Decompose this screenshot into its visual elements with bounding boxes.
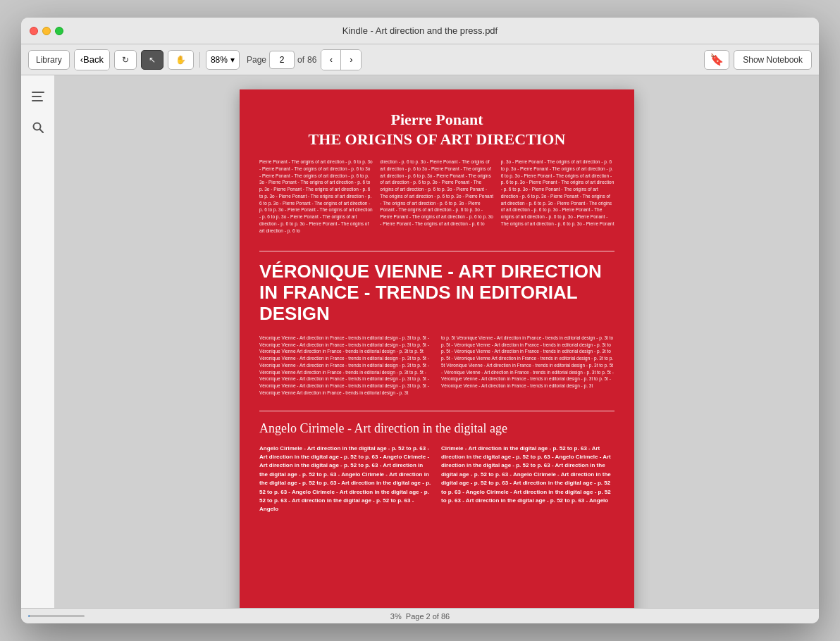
section2-title: VÉRONIQUE VIENNE - ART DIRECTION IN FRAN…: [259, 261, 614, 325]
section1-col2: direction - p. 6 to p. 3o - Pierre Ponan…: [380, 158, 493, 234]
minimize-button[interactable]: [42, 27, 51, 35]
prev-page-button[interactable]: ‹: [321, 50, 341, 70]
section1-col1: Pierre Ponant - The origins of art direc…: [259, 158, 373, 234]
refresh-button[interactable]: ↻: [114, 50, 137, 70]
progress-bar-wrapper: [28, 615, 85, 617]
author-name: Pierre Ponant: [259, 111, 614, 129]
page-arrows: ‹ ›: [321, 49, 362, 70]
section2-text-columns: Véronique Vienne - Art direction in Fran…: [259, 335, 614, 397]
cursor-tool-button[interactable]: ↖: [141, 50, 163, 70]
show-notebook-button[interactable]: Show Notebook: [734, 50, 812, 70]
progress-percent: 3%: [390, 612, 402, 621]
zoom-selector[interactable]: 88% ▾: [206, 50, 240, 70]
pdf-page: Pierre Ponant The origins of art directi…: [240, 89, 634, 608]
progress-fill: [28, 615, 30, 617]
bookmark-icon: 🔖: [710, 53, 724, 66]
bookmark-button[interactable]: 🔖: [704, 50, 729, 70]
section1-text-columns: Pierre Ponant - The origins of art direc…: [259, 158, 614, 234]
zoom-value: 88%: [211, 55, 228, 65]
section3-text-columns: Angelo Cirimele - Art direction in the d…: [259, 444, 614, 514]
section1-col3: p. 3o - Pierre Ponant - The origins of a…: [501, 158, 614, 234]
svg-line-4: [39, 130, 43, 133]
page-status: Page 2 of 86: [406, 612, 450, 621]
search-icon[interactable]: [28, 118, 48, 137]
back-button[interactable]: ‹ Back: [75, 50, 109, 70]
hand-tool-button[interactable]: ✋: [168, 50, 194, 70]
divider-1: [259, 251, 614, 251]
titlebar: Kindle - Art direction and the press.pdf: [21, 18, 819, 44]
svg-rect-2: [32, 100, 43, 101]
library-button[interactable]: Library: [28, 50, 70, 70]
section3-title: Angelo Cirimele - Art direction in the d…: [259, 421, 614, 436]
window-title: Kindle - Art direction and the press.pdf: [342, 25, 498, 36]
section2-col2: to p. 5t Véronique Vienne - Art directio…: [441, 335, 614, 397]
progress-bar: [28, 615, 85, 617]
sidebar: [21, 75, 55, 608]
next-page-button[interactable]: ›: [341, 50, 361, 70]
statusbar: 3% Page 2 of 86: [21, 608, 819, 623]
section-veronique-vienne: VÉRONIQUE VIENNE - ART DIRECTION IN FRAN…: [259, 261, 614, 396]
svg-rect-0: [32, 92, 44, 93]
page-navigation: Page of 86: [247, 51, 316, 69]
page-label: Page: [247, 55, 266, 65]
section1-title: The origins of art direction: [259, 130, 614, 149]
maximize-button[interactable]: [55, 27, 63, 35]
status-container: 3% Page 2 of 86: [21, 612, 819, 621]
divider-2: [259, 411, 614, 411]
section3-col2: Cirimele - Art direction in the digital …: [441, 444, 614, 514]
of-label: of: [297, 55, 304, 65]
traffic-lights: [30, 27, 63, 35]
section2-col1: Véronique Vienne - Art direction in Fran…: [259, 335, 433, 397]
toolbar: Library ‹ Back ↻ ↖ ✋ 88% ▾ Page of 86: [21, 44, 819, 75]
back-label: Back: [83, 54, 104, 65]
zoom-chevron-icon: ▾: [230, 55, 235, 65]
page-number-input[interactable]: [269, 51, 295, 69]
section-angelo-cirimele: Angelo Cirimele - Art direction in the d…: [259, 421, 614, 514]
cursor-icon: ↖: [149, 55, 156, 65]
refresh-icon: ↻: [122, 55, 129, 65]
main-content: Pierre Ponant The origins of art directi…: [21, 75, 819, 608]
app-window: Kindle - Art direction and the press.pdf…: [21, 18, 819, 623]
toc-icon[interactable]: [28, 87, 48, 106]
close-button[interactable]: [30, 27, 38, 35]
hand-icon: ✋: [175, 55, 186, 65]
back-nav: ‹ Back: [74, 49, 110, 70]
section-pierre-ponant: Pierre Ponant The origins of art directi…: [259, 111, 614, 234]
pdf-content-area[interactable]: Pierre Ponant The origins of art directi…: [55, 75, 819, 608]
separator: [199, 52, 200, 68]
total-pages: 86: [307, 55, 316, 65]
svg-rect-1: [32, 96, 42, 97]
section3-col1: Angelo Cirimele - Art direction in the d…: [259, 444, 433, 514]
